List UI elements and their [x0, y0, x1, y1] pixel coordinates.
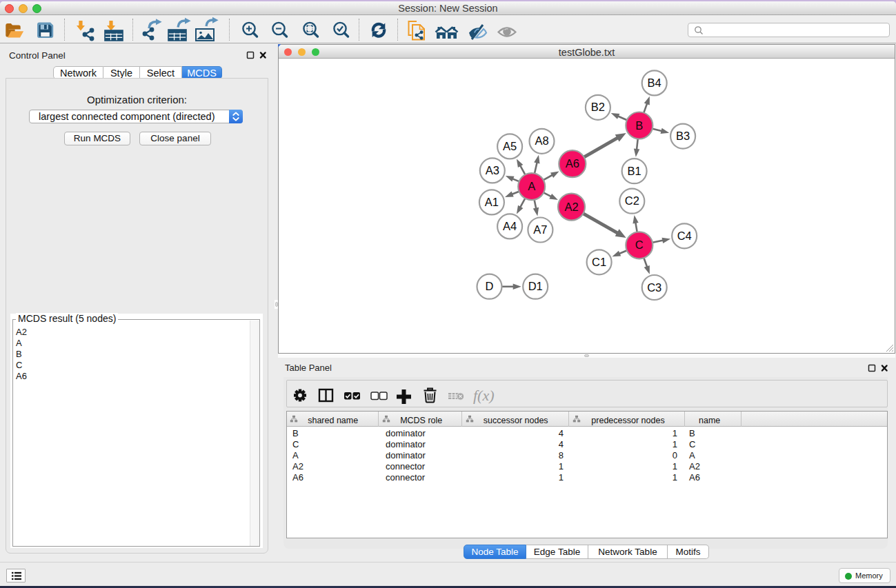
svg-text:A1: A1: [485, 196, 499, 208]
svg-text:A5: A5: [503, 140, 517, 152]
svg-text:B2: B2: [591, 101, 605, 113]
svg-text:C2: C2: [625, 194, 639, 207]
svg-text:C: C: [635, 239, 644, 251]
svg-text:A6: A6: [566, 157, 579, 170]
svg-text:A2: A2: [564, 201, 578, 213]
svg-text:B: B: [635, 119, 643, 132]
svg-text:B1: B1: [628, 165, 641, 177]
svg-text:A: A: [528, 180, 535, 192]
svg-text:C1: C1: [592, 256, 606, 268]
svg-text:A7: A7: [533, 223, 547, 236]
svg-text:A8: A8: [535, 134, 548, 147]
svg-text:C4: C4: [677, 230, 692, 242]
svg-text:D1: D1: [528, 280, 543, 292]
svg-text:A3: A3: [486, 164, 499, 176]
svg-text:B3: B3: [676, 130, 690, 142]
svg-text:D: D: [486, 280, 494, 292]
svg-text:C3: C3: [647, 281, 661, 294]
svg-text:B4: B4: [648, 77, 661, 89]
svg-text:A4: A4: [503, 220, 517, 232]
svg-text:f(x): f(x): [473, 387, 495, 404]
